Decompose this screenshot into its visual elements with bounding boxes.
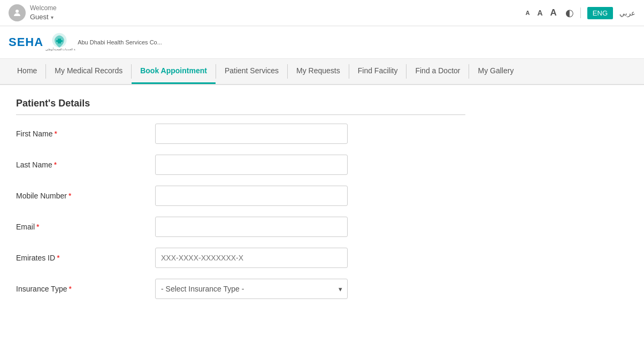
required-star: *: [54, 160, 57, 169]
welcome-label: Welcome: [30, 4, 57, 13]
last-name-label: Last Name*: [16, 160, 155, 169]
lang-divider: [580, 7, 581, 18]
required-star: *: [68, 192, 71, 200]
required-star: *: [54, 129, 57, 138]
top-bar-right: A A A ◐ ENG عربي: [523, 6, 635, 19]
font-size-controls: A A A: [523, 6, 558, 19]
nav-link-patient-services[interactable]: Patient Services: [216, 59, 287, 84]
emirates-id-input[interactable]: [155, 248, 348, 268]
emirates-id-label: Emirates ID*: [16, 254, 155, 262]
nav-item-book-appointment[interactable]: Book Appointment: [132, 59, 216, 84]
nav-link-find-doctor[interactable]: Find a Doctor: [407, 59, 469, 84]
mobile-number-input[interactable]: [155, 186, 348, 206]
user-name-row[interactable]: Guest ▾: [30, 13, 57, 22]
email-row: Email*: [16, 217, 465, 237]
top-bar: Welcome Guest ▾ A A A ◐ ENG عربي: [0, 0, 644, 26]
font-large-button[interactable]: A: [548, 6, 559, 19]
required-star: *: [36, 223, 39, 231]
guest-label: Guest: [30, 13, 49, 22]
insurance-type-select[interactable]: - Select Insurance Type - Government Pri…: [155, 279, 348, 299]
last-name-input[interactable]: [155, 155, 348, 175]
font-medium-button[interactable]: A: [535, 7, 545, 18]
nav-item-home[interactable]: Home: [9, 59, 45, 84]
first-name-input[interactable]: [155, 124, 348, 144]
nav-link-my-requests[interactable]: My Requests: [288, 59, 349, 84]
section-title: Patient's Details: [16, 98, 465, 115]
mobile-number-label: Mobile Number*: [16, 192, 155, 200]
email-label: Email*: [16, 223, 155, 231]
nav-item-patient-services[interactable]: Patient Services: [216, 59, 287, 84]
required-star: *: [68, 285, 71, 293]
nav-item-medical-records[interactable]: My Medical Records: [46, 59, 131, 84]
nav-link-book-appointment[interactable]: Book Appointment: [132, 59, 216, 84]
nav-link-medical-records[interactable]: My Medical Records: [46, 59, 131, 84]
emirates-id-row: Emirates ID*: [16, 248, 465, 268]
required-star: *: [57, 254, 59, 262]
insurance-type-label: Insurance Type*: [16, 285, 155, 293]
logo-container: SEHA شبكة الخدمات الصحية أبوظبي Abu Dhab…: [9, 32, 162, 53]
logo-tagline: Abu Dhabi Health Services Co...: [78, 39, 162, 45]
nav-list: Home My Medical Records Book Appointment…: [9, 59, 635, 84]
nav-link-my-gallery[interactable]: My Gallery: [469, 59, 522, 84]
mobile-number-row: Mobile Number*: [16, 186, 465, 206]
nav-bar: Home My Medical Records Book Appointment…: [0, 59, 644, 85]
email-input[interactable]: [155, 217, 348, 237]
nav-link-home[interactable]: Home: [9, 59, 45, 84]
user-section: Welcome Guest ▾: [9, 4, 57, 21]
font-small-button[interactable]: A: [523, 9, 532, 17]
user-greeting: Welcome Guest ▾: [30, 4, 57, 21]
lang-eng-button[interactable]: ENG: [587, 7, 613, 19]
logo-seha-text: SEHA: [9, 35, 43, 49]
last-name-row: Last Name*: [16, 155, 465, 175]
insurance-type-row: Insurance Type* - Select Insurance Type …: [16, 279, 465, 299]
nav-item-find-doctor[interactable]: Find a Doctor: [407, 59, 469, 84]
nav-item-my-requests[interactable]: My Requests: [288, 59, 349, 84]
svg-point-0: [16, 10, 19, 13]
insurance-type-select-wrapper: - Select Insurance Type - Government Pri…: [155, 279, 348, 299]
logo-emblem: شبكة الخدمات الصحية أبوظبي: [43, 32, 75, 53]
contrast-button[interactable]: ◐: [565, 7, 574, 19]
first-name-row: First Name*: [16, 124, 465, 144]
lang-ar-button[interactable]: عربي: [619, 9, 635, 17]
nav-link-find-facility[interactable]: Find Facility: [349, 59, 407, 84]
nav-item-my-gallery[interactable]: My Gallery: [469, 59, 522, 84]
nav-item-find-facility[interactable]: Find Facility: [349, 59, 407, 84]
chevron-down-icon: ▾: [51, 14, 53, 21]
first-name-label: First Name*: [16, 129, 155, 138]
logo-bar: SEHA شبكة الخدمات الصحية أبوظبي Abu Dhab…: [0, 26, 644, 59]
main-content: Patient's Details First Name* Last Name*…: [0, 85, 481, 323]
svg-text:شبكة الخدمات الصحية أبوظبي: شبكة الخدمات الصحية أبوظبي: [45, 47, 75, 51]
avatar-icon: [9, 4, 26, 21]
